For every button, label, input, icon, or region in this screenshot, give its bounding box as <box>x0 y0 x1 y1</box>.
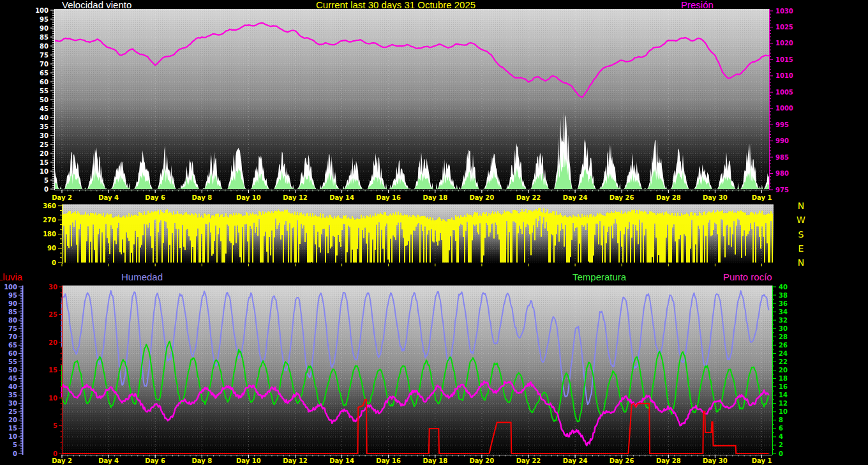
tick-label: 90 <box>40 25 49 32</box>
tick-label: 985 <box>775 154 789 161</box>
tick-label: 60 <box>40 79 49 86</box>
tick-label: 980 <box>775 170 789 177</box>
tick-label: 45 <box>40 105 49 112</box>
tick-label: 15 <box>40 159 49 166</box>
tick-label: 75 <box>8 325 17 332</box>
tick-label: 990 <box>775 137 789 144</box>
tick-label: 80 <box>40 43 49 50</box>
tick-label: Day 18 <box>423 194 447 201</box>
tick-label: Day 2 <box>52 194 72 201</box>
tick-label: 30 <box>8 400 17 407</box>
tick-label: 80 <box>8 317 17 324</box>
tick-label: 25 <box>40 141 49 148</box>
tick-label: 35 <box>8 392 17 399</box>
tick-label: Day 22 <box>516 457 541 464</box>
tick-label: 30 <box>49 284 57 291</box>
tick-label: 10 <box>779 408 788 415</box>
tick-label: 22 <box>779 358 788 365</box>
tick-label: 100 <box>4 284 17 291</box>
tick-label: 0 <box>44 186 49 193</box>
tick-label: 0 <box>779 450 783 457</box>
tick-label: 50 <box>8 367 17 374</box>
compass-labels: NWSEN <box>797 201 805 268</box>
tick-label: 18 <box>779 375 788 382</box>
tick-label: 90 <box>8 300 17 307</box>
temperature-axis: 4038363432302826242220181614121086420 <box>772 284 788 457</box>
tick-label: Day 20 <box>470 194 495 201</box>
tick-label: 1030 <box>775 8 793 15</box>
tick-label: 10 <box>8 433 17 440</box>
tick-label: 65 <box>8 342 17 349</box>
tick-label: 2 <box>779 441 783 448</box>
tick-label: 70 <box>40 61 49 68</box>
tick-label: Day 28 <box>656 194 681 201</box>
tick-label: 1020 <box>775 40 793 47</box>
tick-label: N <box>798 201 804 211</box>
tick-label: 12 <box>779 400 788 407</box>
tick-label: 28 <box>779 333 788 340</box>
tick-label: 1025 <box>775 24 793 31</box>
tick-label: 995 <box>775 121 789 128</box>
tick-label: 8 <box>779 416 783 423</box>
tick-label: 5 <box>13 441 17 448</box>
tick-label: 24 <box>779 350 788 357</box>
tick-label: 0 <box>52 259 56 266</box>
tick-label: 38 <box>779 292 788 299</box>
tick-label: 10 <box>49 395 57 402</box>
weather-charts-canvas: 1009590858075706560555045403530252015105… <box>0 0 868 465</box>
tick-label: Day 4 <box>98 457 119 464</box>
humidity-axis: 1009590858075706560555045403530252015105… <box>4 284 22 457</box>
tick-label: 20 <box>8 416 17 423</box>
tick-label: Day 10 <box>236 194 261 201</box>
tick-label: 95 <box>40 16 49 23</box>
rain-humidity-temp-dew-chart <box>62 286 772 455</box>
tick-label: Day 2 <box>52 457 72 464</box>
tick-label: Day 26 <box>610 457 634 464</box>
tick-label: 16 <box>779 383 788 390</box>
tick-label: 5 <box>53 422 57 429</box>
tick-label: Day 18 <box>423 457 447 464</box>
tick-label: 4 <box>779 433 783 440</box>
tick-label: 1005 <box>775 89 793 96</box>
rain-axis: 302520151050 <box>49 284 62 457</box>
tick-label: 95 <box>8 292 17 299</box>
tick-label: Day 8 <box>191 457 212 464</box>
tick-label: 0 <box>53 450 57 457</box>
tick-label: Day 20 <box>470 457 495 464</box>
tick-label: 70 <box>8 333 17 340</box>
tick-label: 14 <box>779 392 788 399</box>
tick-label: 1000 <box>775 105 793 112</box>
tick-label: 180 <box>43 231 56 238</box>
tick-label: 25 <box>8 408 17 415</box>
tick-label: 26 <box>779 342 788 349</box>
tick-label: 10 <box>40 168 49 175</box>
tick-label: 360 <box>43 202 56 210</box>
wind-pressure-chart <box>54 9 769 190</box>
tick-label: 40 <box>40 114 49 121</box>
tick-label: 0 <box>13 450 17 457</box>
tick-label: Day 6 <box>145 194 165 201</box>
tick-label: Day 30 <box>703 194 728 201</box>
tick-label: E <box>798 243 804 254</box>
tick-label: 32 <box>779 317 788 324</box>
pressure-axis: 1030102510201015101010051000995990985980… <box>769 8 793 194</box>
tick-label: Day 22 <box>516 194 541 201</box>
tick-label: 90 <box>47 245 56 252</box>
tick-label: Day 12 <box>283 194 308 201</box>
tick-label: Day 30 <box>703 457 728 464</box>
tick-label: 75 <box>40 52 49 59</box>
tick-label: Day 8 <box>191 194 212 201</box>
weather-history-screen: Velocidad viento Current last 30 days 31… <box>0 0 868 465</box>
tick-label: 35 <box>40 123 49 130</box>
tick-label: 15 <box>8 425 17 432</box>
tick-label: Day 24 <box>563 457 588 464</box>
tick-label: 975 <box>775 187 789 194</box>
tick-label: 55 <box>8 358 17 365</box>
tick-label: 36 <box>779 300 788 307</box>
tick-label: 30 <box>779 325 788 332</box>
tick-label: 40 <box>779 284 788 291</box>
tick-label: 6 <box>779 425 783 432</box>
tick-label: Day 26 <box>610 194 634 201</box>
tick-label: Day 1 <box>752 194 772 201</box>
tick-label: Day 10 <box>236 457 261 464</box>
